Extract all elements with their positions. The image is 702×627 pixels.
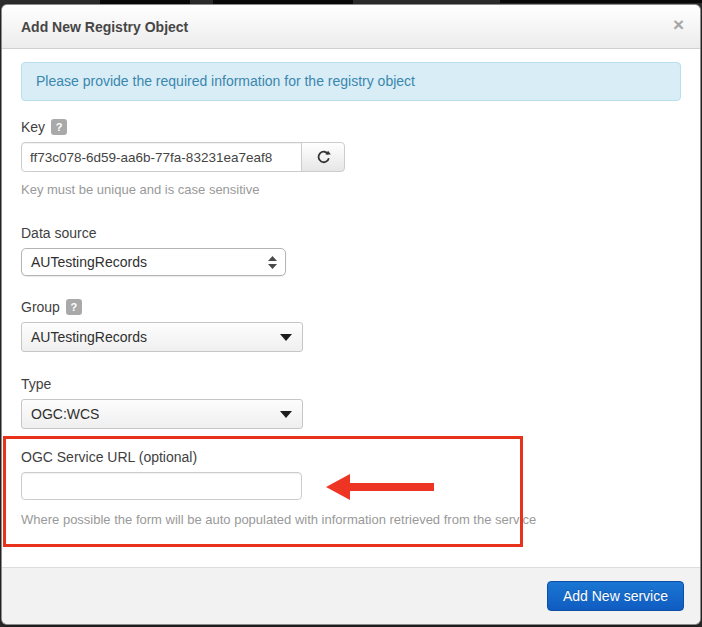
- close-icon[interactable]: ×: [673, 15, 684, 35]
- group-select[interactable]: AUTestingRecords: [21, 322, 303, 352]
- type-form-group: Type OGC:WCS: [21, 376, 681, 429]
- key-input-group: [21, 142, 345, 172]
- updown-arrows-icon: [268, 256, 277, 269]
- key-help-icon[interactable]: ?: [51, 119, 67, 135]
- type-label-row: Type: [21, 376, 681, 392]
- group-label-row: Group ?: [21, 299, 681, 315]
- regenerate-key-button[interactable]: [301, 142, 345, 172]
- group-label: Group: [21, 299, 60, 315]
- key-label: Key: [21, 119, 45, 135]
- info-alert-message: Please provide the required information …: [36, 73, 415, 89]
- group-selected-value: AUTestingRecords: [31, 329, 147, 345]
- ogc-url-form-group: OGC Service URL (optional) Where possibl…: [21, 449, 681, 527]
- add-registry-object-modal: Add New Registry Object × Please provide…: [1, 4, 701, 625]
- data-source-form-group: Data source AUTestingRecords: [21, 225, 681, 276]
- ogc-url-label: OGC Service URL (optional): [21, 449, 197, 465]
- data-source-selected-value: AUTestingRecords: [31, 254, 147, 270]
- type-label: Type: [21, 376, 51, 392]
- key-input[interactable]: [21, 142, 302, 172]
- group-form-group: Group ? AUTestingRecords: [21, 299, 681, 352]
- ogc-url-label-row: OGC Service URL (optional): [21, 449, 681, 465]
- modal-header: Add New Registry Object ×: [2, 5, 700, 49]
- key-form-group: Key ? Key must be unique and is case sen…: [21, 119, 681, 197]
- caret-down-icon: [280, 334, 292, 341]
- group-help-icon[interactable]: ?: [66, 299, 82, 315]
- modal-body: Please provide the required information …: [2, 49, 700, 527]
- modal-title: Add New Registry Object: [21, 19, 188, 35]
- key-help-text: Key must be unique and is case sensitive: [21, 182, 681, 197]
- type-select[interactable]: OGC:WCS: [21, 399, 303, 429]
- add-new-service-button[interactable]: Add New service: [547, 581, 684, 611]
- type-selected-value: OGC:WCS: [31, 406, 99, 422]
- data-source-label-row: Data source: [21, 225, 681, 241]
- ogc-url-help-text: Where possible the form will be auto pop…: [21, 512, 681, 527]
- data-source-label: Data source: [21, 225, 96, 241]
- caret-down-icon: [280, 411, 292, 418]
- modal-footer: Add New service: [2, 567, 700, 624]
- refresh-icon: [316, 150, 331, 165]
- info-alert: Please provide the required information …: [21, 62, 681, 101]
- ogc-url-input[interactable]: [21, 472, 302, 500]
- data-source-select[interactable]: AUTestingRecords: [21, 248, 286, 276]
- backdrop-content: [500, 0, 702, 3]
- key-label-row: Key ?: [21, 119, 681, 135]
